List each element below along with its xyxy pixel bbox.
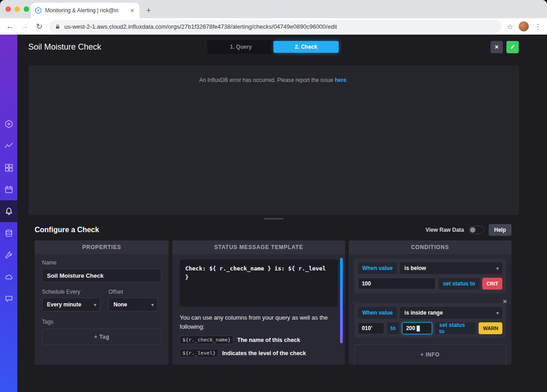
influxdb-app: Soil Moisture Check 1. Query 2. Check × … xyxy=(0,35,547,392)
properties-panel-body: Name Schedule Every Every minute ▾ Offse… xyxy=(35,254,169,365)
sidebar-item-tasks[interactable] xyxy=(0,178,17,200)
reload-icon[interactable]: ↻ xyxy=(35,22,44,31)
check-name-input[interactable] xyxy=(42,269,161,282)
sidebar-item-load-data[interactable] xyxy=(0,222,17,244)
offset-field: Offset None ▾ xyxy=(108,289,158,311)
view-raw-data-label: View Raw Data xyxy=(426,227,464,233)
name-label: Name xyxy=(42,260,161,266)
influxdb-logo-icon xyxy=(5,120,13,128)
schedule-field: Schedule Every Every minute ▾ xyxy=(42,289,100,311)
operator-value: is below xyxy=(404,265,426,271)
schedule-every-value: Every minute xyxy=(47,301,81,308)
help-button[interactable]: Help xyxy=(489,224,511,236)
dashboards-grid-icon xyxy=(5,163,13,172)
status-template-panel-body: Check: ${ r._check_name } is: ${ r._leve… xyxy=(172,254,345,365)
configure-controls: View Raw Data Help xyxy=(426,224,512,236)
view-raw-data-toggle[interactable] xyxy=(469,226,484,234)
chevron-down-icon: ▾ xyxy=(496,311,499,316)
chevron-down-icon: ▾ xyxy=(496,266,499,271)
when-value-button[interactable]: When value xyxy=(358,262,397,274)
close-window-button[interactable] xyxy=(5,6,11,12)
bookmark-star-icon[interactable]: ☆ xyxy=(507,22,513,31)
offset-label: Offset xyxy=(108,289,158,295)
influxdb-favicon-icon xyxy=(35,7,42,14)
level-var-chip: ${r._level} xyxy=(180,349,218,357)
tab-close-icon[interactable]: × xyxy=(129,7,136,14)
configure-panels: PROPERTIES Name Schedule Every Every min… xyxy=(35,240,511,365)
tab-query[interactable]: 1. Query xyxy=(208,41,274,53)
sidebar-item-settings[interactable] xyxy=(0,244,17,266)
schedule-every-dropdown[interactable]: Every minute ▾ xyxy=(42,298,100,311)
condition-card-warn: When value is inside range ▾ 010' to 200 xyxy=(354,303,506,338)
template-help-text: You can use any columns from your query … xyxy=(180,313,337,331)
tab-title: Monitoring & Alerting | rick@in xyxy=(45,7,125,14)
status-level-crit-button[interactable]: CRIT xyxy=(482,278,502,290)
cancel-button[interactable]: × xyxy=(490,41,503,53)
remove-condition-icon[interactable]: × xyxy=(503,298,507,305)
offset-value: None xyxy=(114,301,127,308)
browser-menu-icon[interactable]: ⋮ xyxy=(534,22,542,31)
status-message-textarea[interactable]: Check: ${ r._check_name } is: ${ r._leve… xyxy=(180,260,337,307)
operator-dropdown[interactable]: is inside range ▾ xyxy=(400,307,502,319)
sidebar-item-logo[interactable] xyxy=(0,113,17,135)
range-upper-value: 200 xyxy=(406,325,415,331)
database-icon xyxy=(5,229,13,238)
properties-panel: PROPERTIES Name Schedule Every Every min… xyxy=(35,240,169,365)
main-content: Soil Moisture Check 1. Query 2. Check × … xyxy=(17,35,547,392)
bell-icon xyxy=(5,207,13,216)
add-tag-button[interactable]: + Tag xyxy=(42,329,161,345)
check-name-var-desc: The name of this check xyxy=(237,337,300,343)
add-info-button[interactable]: + INFO xyxy=(354,344,506,365)
graph-icon xyxy=(5,142,13,150)
sidebar-item-feedback[interactable] xyxy=(0,288,17,310)
window-controls xyxy=(5,6,29,12)
threshold-value-input[interactable]: 100 xyxy=(358,278,436,290)
range-upper-input[interactable]: 200 xyxy=(402,322,432,334)
condition-when-row: When value is below ▾ xyxy=(358,262,502,274)
toggle-knob xyxy=(470,227,475,233)
app-sidebar xyxy=(0,35,17,392)
new-tab-button[interactable]: + xyxy=(142,4,155,17)
report-issue-link[interactable]: here xyxy=(335,77,346,83)
panel-scrollbar[interactable] xyxy=(340,258,343,343)
text-cursor xyxy=(417,326,420,331)
range-lower-input[interactable]: 010' xyxy=(358,322,384,334)
zoom-window-button[interactable] xyxy=(24,6,29,12)
sidebar-item-cloud[interactable] xyxy=(0,266,17,288)
forward-icon[interactable]: → xyxy=(20,22,29,31)
query-visualization-panel: An InfluxDB error has occurred. Please r… xyxy=(28,66,519,215)
resize-handle[interactable] xyxy=(263,218,284,219)
conditions-panel: CONDITIONS When value is below ▾ 100 xyxy=(349,240,511,365)
operator-dropdown[interactable]: is below ▾ xyxy=(400,262,502,274)
status-message-template-panel: STATUS MESSAGE TEMPLATE Check: ${ r._che… xyxy=(172,240,345,365)
to-label: to xyxy=(387,322,399,334)
properties-panel-header: PROPERTIES xyxy=(35,240,169,254)
browser-tab[interactable]: Monitoring & Alerting | rick@in × xyxy=(31,3,139,18)
back-icon[interactable]: ← xyxy=(5,22,15,31)
lock-icon xyxy=(55,24,61,30)
sidebar-item-data-explorer[interactable] xyxy=(0,135,17,157)
check-editor-header: Soil Moisture Check 1. Query 2. Check × … xyxy=(28,35,519,59)
panel-resize-divider xyxy=(28,215,519,222)
offset-dropdown[interactable]: None ▾ xyxy=(108,298,158,311)
set-status-to-button[interactable]: set status to xyxy=(439,278,480,290)
minimize-window-button[interactable] xyxy=(15,6,20,12)
sidebar-item-dashboards[interactable] xyxy=(0,157,17,178)
status-level-warn-button[interactable]: WARN xyxy=(479,322,502,334)
browser-profile-avatar[interactable] xyxy=(519,21,529,31)
sidebar-item-alerts[interactable] xyxy=(0,200,17,222)
save-check-button[interactable]: ✓ xyxy=(506,41,519,53)
browser-titlebar: Monitoring & Alerting | rick@in × + xyxy=(0,0,547,18)
editor-tab-group: 1. Query 2. Check xyxy=(207,40,340,54)
calendar-icon xyxy=(5,185,13,194)
check-name-var-chip: ${r._check_name} xyxy=(180,336,233,344)
browser-toolbar: ← → ↻ us-west-2-1.aws.cloud2.influxdata.… xyxy=(0,18,547,35)
url-text: us-west-2-1.aws.cloud2.influxdata.com/or… xyxy=(64,23,337,30)
when-value-button[interactable]: When value xyxy=(358,307,397,319)
header-actions: × ✓ xyxy=(490,41,519,53)
set-status-to-button[interactable]: set status to xyxy=(435,322,476,334)
level-var-desc: Indicates the level of the check xyxy=(222,350,306,356)
address-bar[interactable]: us-west-2-1.aws.cloud2.influxdata.com/or… xyxy=(49,20,501,33)
chevron-down-icon: ▾ xyxy=(147,302,154,307)
tab-check[interactable]: 2. Check xyxy=(274,41,339,53)
